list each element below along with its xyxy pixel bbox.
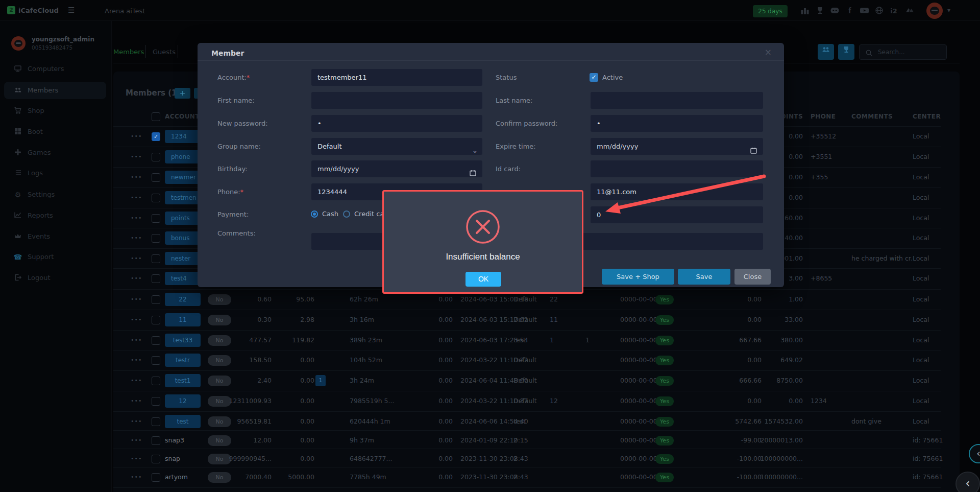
sidebar-item-support[interactable]: ☎Support [4,248,106,266]
menu-toggle-icon[interactable]: ☰ [68,6,75,15]
last-name-input[interactable] [591,92,763,109]
row-actions-icon[interactable]: ••• [131,467,142,487]
first-name-input[interactable] [311,92,482,109]
podium-icon[interactable] [800,6,810,15]
column-header-comments[interactable]: COMMENTS [851,106,912,127]
row-checkbox[interactable] [152,377,160,385]
row-checkbox[interactable] [152,173,160,182]
email-input[interactable]: 11@11.com [591,183,763,200]
ok-button[interactable]: OK [465,272,501,287]
chevron-down-icon[interactable]: ▾ [947,7,950,14]
account-pill[interactable]: newmer [165,171,201,184]
sidebar-item-computers[interactable]: Computers [4,60,106,78]
column-header-account[interactable]: ACCOUNT [165,106,201,127]
row-actions-icon[interactable]: ••• [131,330,142,350]
column-header-center[interactable]: CENTER [913,106,954,127]
calendar-icon[interactable] [750,143,757,150]
chat-widget-button[interactable]: ‹ [955,472,980,492]
group-name-select[interactable]: Default ⌄ [311,138,482,155]
row-checkbox[interactable] [152,234,160,243]
row-checkbox[interactable] [152,316,160,324]
row-checkbox[interactable] [152,214,160,223]
row-actions-icon[interactable]: ••• [131,147,142,167]
row-checkbox[interactable] [152,397,160,406]
column-header-phone[interactable]: PHONE [811,106,850,127]
account-input[interactable]: testmember11 [311,69,482,86]
account-pill[interactable]: points [165,212,201,225]
account-pill[interactable]: testr [165,354,201,367]
new-password-input[interactable]: • [311,115,482,132]
sidebar-item-reports[interactable]: Reports [4,207,106,224]
row-actions-icon[interactable]: ••• [131,248,142,269]
row-actions-icon[interactable]: ••• [131,228,142,248]
globe-icon[interactable] [874,6,884,15]
account-pill[interactable]: bonus [165,231,201,245]
row-actions-icon[interactable]: ••• [131,289,142,310]
row-checkbox[interactable] [152,455,160,463]
license-days-badge[interactable]: 25 days [753,5,788,17]
row-actions-icon[interactable]: ••• [131,126,142,147]
row-actions-icon[interactable]: ••• [131,310,142,330]
close-button[interactable]: Close [734,269,771,285]
account-pill[interactable]: test4 [165,272,201,285]
sidebar-item-settings[interactable]: ⚙Settings [4,186,106,203]
status-active-checkbox[interactable]: ✓ [590,73,598,82]
payment-cash-radio[interactable] [311,210,318,218]
account-pill[interactable]: 11 [165,313,201,326]
account-pill[interactable]: 12 [165,394,201,408]
sidebar-item-members[interactable]: Members [4,82,106,99]
members-group-button[interactable] [818,44,834,60]
birthday-input[interactable]: mm/dd/yyyy [311,160,482,177]
id-card-input[interactable] [591,160,763,177]
account-pill[interactable]: 1234 [165,130,201,143]
row-checkbox[interactable] [152,417,160,426]
account-pill[interactable]: test [165,415,201,428]
account-pill[interactable]: nester [165,252,201,265]
save-shop-button[interactable]: Save + Shop [602,269,674,285]
row-actions-icon[interactable]: ••• [131,430,142,451]
account-pill[interactable]: phone [165,150,201,163]
account-pill[interactable]: test33 [165,334,201,347]
row-checkbox[interactable] [152,274,160,283]
user-avatar[interactable] [926,3,943,19]
row-checkbox[interactable] [152,194,160,202]
account-pill[interactable]: test1 [165,374,201,387]
account-text[interactable]: snap [165,449,180,469]
row-checkbox[interactable] [152,436,160,445]
row-actions-icon[interactable]: ••• [131,208,142,228]
account-pill[interactable]: 22 [165,293,201,306]
sidebar-item-events[interactable]: Events [4,228,106,245]
expire-time-input[interactable]: mm/dd/yyyy [591,138,763,155]
deposit-input[interactable]: 0 [591,206,763,223]
search-input[interactable]: Search... [859,44,947,60]
sidebar-item-boot[interactable]: Boot [4,123,106,140]
ranking-button[interactable] [838,44,854,60]
sidebar-item-logs[interactable]: Logs [4,165,106,182]
save-button[interactable]: Save [678,269,730,285]
youtube-icon[interactable] [859,6,869,15]
tab-members[interactable]: Members [113,48,144,56]
account-text[interactable]: artyom [165,467,188,487]
layers-icon[interactable] [904,6,915,15]
discord-icon[interactable] [829,6,840,15]
confirm-password-input[interactable]: • [591,115,763,132]
row-actions-icon[interactable]: ••• [131,268,142,289]
account-text[interactable]: snap3 [165,430,184,451]
icafecloud-icon[interactable]: i2 [889,6,899,15]
calendar-icon[interactable] [470,166,476,172]
collapse-chevron-button[interactable]: ‹ [969,444,980,463]
row-checkbox[interactable]: ✓ [152,132,160,141]
facebook-icon[interactable]: f [845,6,855,15]
tab-guests[interactable]: Guests [153,48,176,56]
row-actions-icon[interactable]: ••• [131,188,142,208]
add-member-button[interactable]: + [175,88,190,99]
row-checkbox[interactable] [152,336,160,345]
row-actions-icon[interactable]: ••• [131,370,142,391]
sidebar-item-logout[interactable]: Logout [4,269,106,287]
payment-credit-radio[interactable] [343,210,350,218]
row-actions-icon[interactable]: ••• [131,411,142,432]
select-all-checkbox[interactable] [152,112,160,121]
account-pill[interactable]: testmen [165,191,201,204]
row-actions-icon[interactable]: ••• [131,391,142,411]
close-icon[interactable]: × [765,47,772,57]
